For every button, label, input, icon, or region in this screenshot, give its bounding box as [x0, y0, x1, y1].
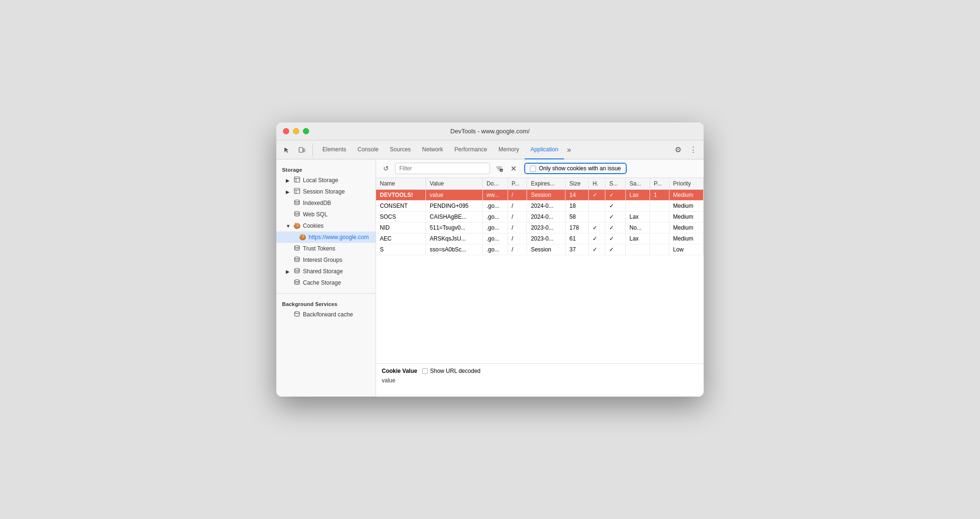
cell-httponly: ✓ [589, 190, 605, 201]
show-url-decoded-toggle[interactable]: Show URL decoded [422, 368, 481, 374]
cookie-value-text: value [382, 377, 698, 384]
cell-partitioned: 1 [650, 190, 669, 201]
trust-tokens-label: Trust Tokens [303, 245, 335, 252]
cache-storage-label: Cache Storage [303, 279, 341, 286]
col-samesite[interactable]: Sa... [625, 178, 650, 190]
sidebar-item-web-sql[interactable]: ▶ Web SQL [276, 209, 376, 220]
table-row[interactable]: AECARSKqsJsU....go.../2023-0...61✓✓LaxMe… [376, 233, 704, 244]
cell-domain: .go... [482, 222, 508, 233]
cell-secure: ✓ [605, 233, 625, 244]
cell-name: SOCS [376, 212, 426, 222]
bottom-panel-header: Cookie Value Show URL decoded [382, 368, 698, 374]
interest-groups-label: Interest Groups [303, 257, 342, 263]
cell-size: 37 [565, 244, 589, 255]
filter-input[interactable] [395, 163, 490, 174]
tab-elements[interactable]: Elements [317, 140, 352, 159]
cell-domain: .go... [482, 233, 508, 244]
only-issues-toggle[interactable]: Only show cookies with an issue [524, 163, 627, 174]
cell-httponly: ✓ [589, 233, 605, 244]
cell-size: 61 [565, 233, 589, 244]
expand-arrow-icon: ▶ [286, 178, 291, 183]
refresh-button[interactable]: ↺ [380, 162, 392, 175]
show-url-decoded-label: Show URL decoded [430, 368, 481, 374]
table-row[interactable]: Ssso=sA0bSc....go.../Session37✓✓Low [376, 244, 704, 255]
table-row[interactable]: SOCSCAISHAgBE....go.../2024-0...58✓LaxMe… [376, 212, 704, 222]
devtools-body: Storage ▶ Local Storage ▶ [276, 159, 704, 397]
sidebar: Storage ▶ Local Storage ▶ [276, 159, 376, 397]
cursor-icon[interactable] [280, 143, 293, 157]
sidebar-item-cookies[interactable]: ▼ 🍪 Cookies [276, 220, 376, 232]
col-httponly[interactable]: H. [589, 178, 605, 190]
sidebar-item-interest-groups[interactable]: ▶ Interest Groups [276, 254, 376, 266]
more-options-icon[interactable]: ⋮ [687, 143, 700, 157]
tab-performance[interactable]: Performance [449, 140, 493, 159]
table-row[interactable]: NID511=Tsugv0....go.../2023-0...178✓✓No.… [376, 222, 704, 233]
tab-sources[interactable]: Sources [384, 140, 416, 159]
cell-size: 18 [565, 201, 589, 212]
tab-network[interactable]: Network [416, 140, 449, 159]
cell-partitioned [650, 222, 669, 233]
maximize-button[interactable] [303, 128, 309, 134]
settings-icon[interactable]: ⚙ [671, 143, 685, 157]
window-title: DevTools - www.google.com/ [451, 128, 530, 135]
cell-secure: ✓ [605, 201, 625, 212]
sidebar-item-session-storage[interactable]: ▶ Session Storage [276, 186, 376, 197]
cell-httponly [589, 201, 605, 212]
tab-icon-group [280, 143, 313, 157]
google-cookies-icon: 🍪 [299, 234, 306, 241]
close-button[interactable] [283, 128, 289, 134]
cell-expires: 2024-0... [527, 201, 565, 212]
svg-rect-5 [294, 188, 300, 194]
expand-arrow-icon: ▶ [286, 189, 291, 195]
cell-httponly: ✓ [589, 244, 605, 255]
sidebar-item-cache-storage[interactable]: ▶ Cache Storage [276, 277, 376, 288]
sidebar-item-google-cookies[interactable]: ▶ 🍪 https://www.google.com [276, 232, 376, 243]
col-path[interactable]: P... [508, 178, 527, 190]
cookies-label: Cookies [303, 222, 323, 229]
main-panel: ↺ × ✕ Only show cooki [376, 159, 704, 397]
col-secure[interactable]: S... [605, 178, 625, 190]
only-issues-text: Only show cookies with an issue [539, 165, 621, 172]
cell-size: 178 [565, 222, 589, 233]
col-name[interactable]: Name [376, 178, 426, 190]
filter-clear-button[interactable]: ✕ [508, 163, 518, 174]
sidebar-item-backforward-cache[interactable]: ▶ Back/forward cache [276, 309, 376, 320]
svg-rect-0 [299, 148, 303, 152]
svg-rect-1 [303, 149, 305, 152]
tab-overflow-button[interactable]: » [564, 140, 574, 159]
col-value[interactable]: Value [426, 178, 483, 190]
table-row[interactable]: DEVTOOLS!valueww.../Session14✓✓Lax1Mediu… [376, 190, 704, 201]
sidebar-item-indexeddb[interactable]: ▶ IndexedDB [276, 197, 376, 209]
cell-samesite: Lax [625, 190, 650, 201]
device-icon[interactable] [295, 143, 309, 157]
sidebar-item-shared-storage[interactable]: ▶ Shared Storage [276, 266, 376, 277]
filter-options-icon[interactable]: × [493, 162, 505, 175]
tab-memory[interactable]: Memory [493, 140, 525, 159]
expand-arrow-icon: ▶ [286, 269, 291, 274]
cell-size: 58 [565, 212, 589, 222]
storage-section-label: Storage [276, 164, 376, 175]
tab-application[interactable]: Application [525, 140, 564, 159]
cell-size: 14 [565, 190, 589, 201]
minimize-button[interactable] [293, 128, 299, 134]
col-partitioned[interactable]: P... [650, 178, 669, 190]
only-issues-checkbox[interactable] [530, 166, 536, 172]
svg-rect-2 [294, 177, 300, 182]
cell-name: NID [376, 222, 426, 233]
sidebar-item-trust-tokens[interactable]: ▶ Trust Tokens [276, 243, 376, 254]
tab-console[interactable]: Console [352, 140, 384, 159]
background-services-label: Background Services [276, 298, 376, 309]
cell-expires: 2023-0... [527, 222, 565, 233]
col-expires[interactable]: Expires... [527, 178, 565, 190]
url-decode-checkbox[interactable] [422, 368, 428, 374]
cell-secure: ✓ [605, 244, 625, 255]
cell-expires: Session [527, 244, 565, 255]
cell-path: / [508, 201, 527, 212]
table-row[interactable]: CONSENTPENDING+095.go.../2024-0...18✓Med… [376, 201, 704, 212]
google-cookies-label: https://www.google.com [309, 234, 369, 241]
col-size[interactable]: Size [565, 178, 589, 190]
sidebar-item-local-storage[interactable]: ▶ Local Storage [276, 175, 376, 186]
col-domain[interactable]: Do... [482, 178, 508, 190]
col-priority[interactable]: Priority [669, 178, 703, 190]
cell-expires: 2023-0... [527, 233, 565, 244]
